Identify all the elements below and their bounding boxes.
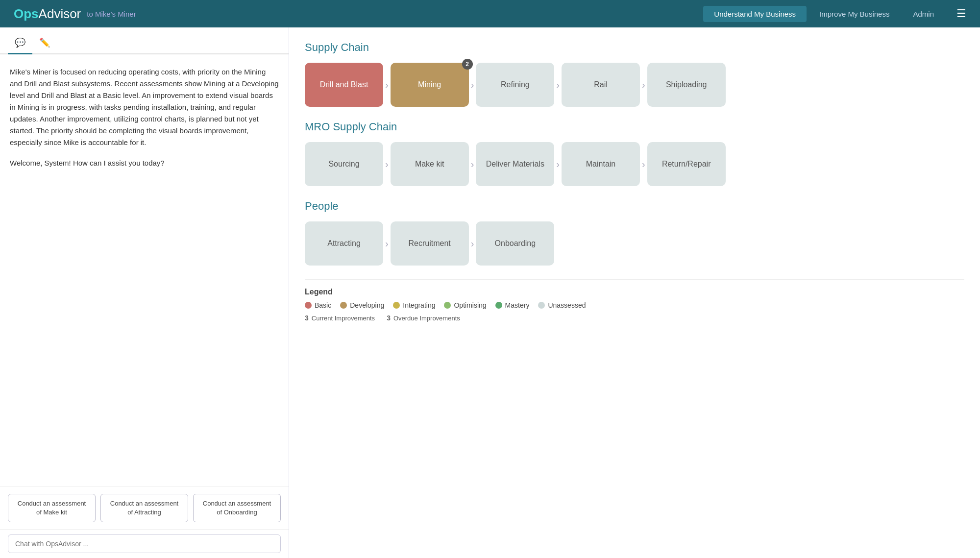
process-card-deliver-materials[interactable]: Deliver Materials xyxy=(476,142,554,186)
main-nav: Understand My Business Improve My Busine… xyxy=(703,6,945,22)
legend-label-unassessed: Unassessed xyxy=(548,301,586,309)
people-arrow-1: › xyxy=(385,238,389,249)
overdue-improvements: 3 Overdue Improvements xyxy=(387,314,460,322)
chat-message-2-text: Welcome, System! How can I assist you to… xyxy=(10,159,165,167)
arrow-2: › xyxy=(471,79,474,91)
process-card-shiploading[interactable]: Shiploading xyxy=(647,63,726,107)
chat-suggestions: Conduct an assessment of Make kit Conduc… xyxy=(0,486,289,529)
legend-label-optimising: Optimising xyxy=(454,301,486,309)
mro-supply-chain-row: Sourcing › Make kit › Deliver Materials … xyxy=(305,142,964,186)
process-label-recruitment: Recruitment xyxy=(409,239,451,248)
legend-integrating: Integrating xyxy=(393,301,435,309)
legend-items: Basic Developing Integrating Optimising … xyxy=(305,301,964,309)
legend-area: Legend Basic Developing Integrating Opti… xyxy=(305,279,964,322)
main-layout: 💬 ✏️ Mike's Miner is focused on reducing… xyxy=(0,27,980,558)
process-card-maintain[interactable]: Maintain xyxy=(562,142,640,186)
app-header: Ops Advisor to Mike's Miner Understand M… xyxy=(0,0,980,27)
nav-improve[interactable]: Improve My Business xyxy=(808,6,900,22)
process-card-sourcing[interactable]: Sourcing xyxy=(305,142,383,186)
process-label-attracting: Attracting xyxy=(327,239,361,248)
mro-supply-chain-title: MRO Supply Chain xyxy=(305,121,964,133)
mro-arrow-1: › xyxy=(385,159,389,170)
logo-advisor: Advisor xyxy=(39,6,81,22)
right-panel: Supply Chain Drill and Blast › Mining 2 … xyxy=(289,27,980,558)
legend-improvements: 3 Current Improvements 3 Overdue Improve… xyxy=(305,314,964,322)
overdue-improvements-number: 3 xyxy=(387,314,391,322)
chat-input[interactable] xyxy=(8,534,281,553)
chat-icon: 💬 xyxy=(15,38,25,48)
process-card-return-repair[interactable]: Return/Repair xyxy=(647,142,726,186)
legend-dot-developing xyxy=(340,302,347,309)
process-card-recruitment[interactable]: Recruitment xyxy=(391,221,469,266)
chat-content: Mike's Miner is focused on reducing oper… xyxy=(0,54,289,486)
overdue-improvements-label: Overdue Improvements xyxy=(393,315,460,322)
legend-dot-mastery xyxy=(495,302,502,309)
mining-badge: 2 xyxy=(462,59,473,70)
process-card-refining[interactable]: Refining xyxy=(476,63,554,107)
chat-message-1-text: Mike's Miner is focused on reducing oper… xyxy=(10,68,279,146)
legend-developing: Developing xyxy=(340,301,384,309)
process-label-maintain: Maintain xyxy=(586,160,615,169)
process-label-mining: Mining xyxy=(418,80,441,89)
mro-arrow-2: › xyxy=(471,159,474,170)
chat-input-bar xyxy=(0,529,289,558)
logo-ops: Ops xyxy=(14,6,39,22)
process-label-shiploading: Shiploading xyxy=(666,80,707,89)
chat-message-1: Mike's Miner is focused on reducing oper… xyxy=(10,66,279,148)
process-label-sourcing: Sourcing xyxy=(328,160,359,169)
tab-chat[interactable]: 💬 xyxy=(8,33,32,54)
process-label-onboarding: Onboarding xyxy=(495,239,536,248)
suggestion-assess-attracting[interactable]: Conduct an assessment of Attracting xyxy=(100,494,188,522)
process-card-rail[interactable]: Rail xyxy=(562,63,640,107)
legend-dot-unassessed xyxy=(538,302,545,309)
mro-arrow-3: › xyxy=(556,159,560,170)
hamburger-menu[interactable]: ☰ xyxy=(956,7,966,20)
people-section: People Attracting › Recruitment › Onboar… xyxy=(305,200,964,266)
supply-chain-section: Supply Chain Drill and Blast › Mining 2 … xyxy=(305,41,964,107)
legend-optimising: Optimising xyxy=(444,301,486,309)
legend-dot-basic xyxy=(305,302,312,309)
left-panel: 💬 ✏️ Mike's Miner is focused on reducing… xyxy=(0,27,289,558)
mro-supply-chain-section: MRO Supply Chain Sourcing › Make kit › D… xyxy=(305,121,964,186)
suggestion-assess-makekit[interactable]: Conduct an assessment of Make kit xyxy=(8,494,96,522)
current-improvements-label: Current Improvements xyxy=(312,315,375,322)
chat-message-2: Welcome, System! How can I assist you to… xyxy=(10,157,279,169)
process-card-mining[interactable]: Mining 2 xyxy=(391,63,469,107)
legend-mastery: Mastery xyxy=(495,301,530,309)
left-tabs: 💬 ✏️ xyxy=(0,27,289,54)
logo-sub: to Mike's Miner xyxy=(87,10,136,18)
logo: Ops Advisor to Mike's Miner xyxy=(14,6,136,22)
legend-title: Legend xyxy=(305,288,964,296)
legend-label-mastery: Mastery xyxy=(505,301,530,309)
current-improvements-number: 3 xyxy=(305,314,309,322)
people-arrow-2: › xyxy=(471,238,474,249)
process-label-deliver-materials: Deliver Materials xyxy=(486,160,544,169)
process-label-refining: Refining xyxy=(501,80,530,89)
process-card-attracting[interactable]: Attracting xyxy=(305,221,383,266)
tab-edit[interactable]: ✏️ xyxy=(32,33,57,54)
legend-label-integrating: Integrating xyxy=(403,301,435,309)
process-card-drill-blast[interactable]: Drill and Blast xyxy=(305,63,383,107)
people-row: Attracting › Recruitment › Onboarding xyxy=(305,221,964,266)
process-label-drill-blast: Drill and Blast xyxy=(320,80,368,89)
supply-chain-title: Supply Chain xyxy=(305,41,964,54)
nav-understand[interactable]: Understand My Business xyxy=(703,6,807,22)
process-label-return-repair: Return/Repair xyxy=(662,160,711,169)
edit-icon: ✏️ xyxy=(39,38,50,48)
legend-dot-integrating xyxy=(393,302,400,309)
legend-label-developing: Developing xyxy=(350,301,384,309)
legend-unassessed: Unassessed xyxy=(538,301,586,309)
people-title: People xyxy=(305,200,964,213)
process-label-make-kit: Make kit xyxy=(415,160,444,169)
legend-basic: Basic xyxy=(305,301,331,309)
process-card-onboarding[interactable]: Onboarding xyxy=(476,221,554,266)
current-improvements: 3 Current Improvements xyxy=(305,314,375,322)
legend-dot-optimising xyxy=(444,302,451,309)
process-label-rail: Rail xyxy=(594,80,608,89)
suggestion-assess-onboarding[interactable]: Conduct an assessment of Onboarding xyxy=(193,494,281,522)
arrow-3: › xyxy=(556,79,560,91)
mro-arrow-4: › xyxy=(642,159,645,170)
nav-admin[interactable]: Admin xyxy=(902,6,945,22)
process-card-make-kit[interactable]: Make kit xyxy=(391,142,469,186)
legend-label-basic: Basic xyxy=(315,301,331,309)
